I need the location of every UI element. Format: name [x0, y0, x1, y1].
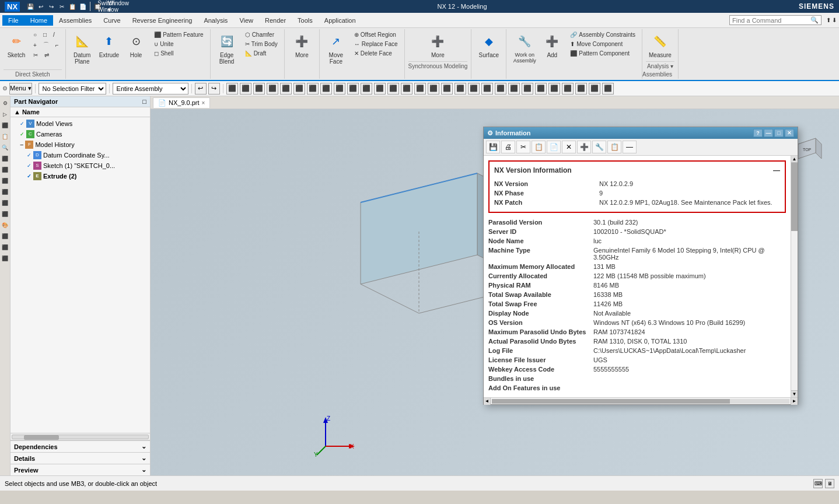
tb-btn1[interactable]: ⬛: [226, 83, 238, 94]
tree-item-cameras[interactable]: ✓ C Cameras: [11, 129, 150, 139]
pn-scrollbar-h[interactable]: [11, 433, 150, 440]
delete-face-button[interactable]: ✕ Delete Face: [351, 49, 401, 58]
info-print-btn[interactable]: 🖨: [501, 141, 515, 153]
cut-btn[interactable]: ✂: [57, 2, 67, 11]
info-add-btn[interactable]: ➕: [577, 141, 591, 153]
tb-btn6[interactable]: ⬛: [293, 83, 305, 94]
tb-btn17[interactable]: ⬛: [441, 83, 453, 94]
tb-btn13[interactable]: ⬛: [387, 83, 399, 94]
measure-button[interactable]: 📏 Measure: [646, 30, 674, 60]
info-minimize-btn[interactable]: —: [764, 129, 773, 137]
settings-icon[interactable]: ⚙: [2, 85, 8, 92]
more-feature-button[interactable]: ➕ More: [289, 30, 314, 60]
tb-btn5[interactable]: ⬛: [280, 83, 292, 94]
sidebar-icon-14[interactable]: ⬛: [1, 243, 10, 252]
trim-body-button[interactable]: ✂ Trim Body: [242, 40, 281, 48]
pattern-component-button[interactable]: ⬛ Pattern Component: [567, 49, 638, 58]
vscroll-down-btn[interactable]: ▼: [791, 390, 798, 397]
shell-button[interactable]: ◻ Shell: [151, 49, 206, 58]
tb-btn14[interactable]: ⬛: [401, 83, 412, 94]
extrude-button[interactable]: ⬆ Extrude: [96, 30, 122, 69]
info-version-collapse-btn[interactable]: —: [773, 166, 780, 174]
menu-item-tools[interactable]: Tools: [292, 15, 319, 26]
arc-btn[interactable]: ⌒: [40, 40, 52, 50]
menu-item-curve[interactable]: Curve: [97, 15, 126, 26]
find-command-input[interactable]: [732, 17, 808, 24]
dependencies-section[interactable]: Dependencies ⌄: [11, 440, 150, 452]
draft-button[interactable]: 📐 Draft: [242, 49, 281, 58]
preview-section[interactable]: Preview ⌄: [11, 464, 150, 475]
tb-btn2[interactable]: ⬛: [240, 83, 251, 94]
rect-btn[interactable]: □: [40, 30, 50, 39]
info-list-btn[interactable]: 📋: [607, 141, 621, 153]
menu-item-analysis[interactable]: Analysis: [198, 15, 233, 26]
datum-plane-button[interactable]: 📐 DatumPlane: [69, 30, 95, 69]
assembly-constraints-button[interactable]: 🔗 Assembly Constraints: [567, 30, 638, 39]
tb-btn21[interactable]: ⬛: [495, 83, 506, 94]
hscroll-right-btn[interactable]: ►: [791, 398, 798, 405]
tb-btn29[interactable]: ⬛: [602, 83, 614, 94]
tb-btn18[interactable]: ⬛: [455, 83, 466, 94]
status-icon-2[interactable]: 🖥: [825, 479, 834, 488]
tb-btn9[interactable]: ⬛: [334, 83, 345, 94]
tb-btn15[interactable]: ⬛: [414, 83, 426, 94]
tb-undo-btn[interactable]: ↩: [195, 83, 207, 94]
sidebar-icon-15[interactable]: ⬛: [1, 254, 10, 263]
menu-btn[interactable]: Menu ▾: [9, 83, 32, 94]
tree-item-datum[interactable]: ✓ D Datum Coordinate Sy...: [11, 150, 150, 160]
edge-blend-button[interactable]: 🔄 EdgeBlend: [214, 30, 240, 66]
menu-item-reverse-engineering[interactable]: Reverse Engineering: [127, 15, 198, 26]
tb-btn23[interactable]: ⬛: [522, 83, 533, 94]
sidebar-icon-3[interactable]: ⬛: [1, 121, 10, 130]
tree-item-extrude[interactable]: ✓ E Extrude (2): [11, 171, 150, 181]
menu-item-assemblies[interactable]: Assemblies: [53, 15, 97, 26]
info-copy-btn[interactable]: 📋: [532, 141, 546, 153]
sidebar-icon-10[interactable]: ⬛: [1, 198, 10, 208]
redo-btn[interactable]: ↪: [47, 2, 56, 11]
unite-button[interactable]: ∪ Unite: [151, 40, 206, 48]
scope-select[interactable]: Entire Assembly: [113, 83, 188, 94]
info-cut-btn[interactable]: ✂: [516, 141, 530, 153]
menu-item-render[interactable]: Render: [259, 15, 292, 26]
sidebar-icon-11[interactable]: ⬛: [1, 209, 10, 219]
tb-btn10[interactable]: ⬛: [347, 83, 359, 94]
work-on-assembly-button[interactable]: 🔧 Work on Assembly: [510, 30, 539, 65]
sidebar-icon-12[interactable]: 🎨: [1, 220, 10, 230]
tb-redo-btn[interactable]: ↪: [208, 83, 220, 94]
mirror-btn[interactable]: ⇌: [41, 51, 52, 60]
menu-item-view[interactable]: View: [233, 15, 259, 26]
tb-btn20[interactable]: ⬛: [481, 83, 493, 94]
move-face-button[interactable]: ↗ MoveFace: [323, 30, 349, 66]
move-component-button[interactable]: ⬆ Move Component: [567, 40, 638, 48]
menu-item-application[interactable]: Application: [319, 15, 362, 26]
hole-button[interactable]: ⊙ Hole: [123, 30, 149, 69]
save-btn[interactable]: 💾: [26, 2, 35, 11]
tree-item-model-views[interactable]: ✓ V Model Views: [11, 118, 150, 129]
viewport-tab-nx9[interactable]: 📄 NX_9.0.prt ×: [153, 97, 210, 108]
line-btn[interactable]: /: [50, 30, 58, 39]
replace-face-button[interactable]: ↔ Replace Face: [351, 40, 401, 48]
info-help-btn[interactable]: ?: [753, 129, 763, 137]
tb-btn12[interactable]: ⬛: [374, 83, 386, 94]
chamfer-button[interactable]: ⬡ Chamfer: [242, 30, 281, 39]
offset-region-button[interactable]: ⊕ Offset Region: [351, 30, 401, 39]
tb-btn19[interactable]: ⬛: [468, 83, 480, 94]
tb-btn27[interactable]: ⬛: [575, 83, 587, 94]
tree-item-model-history[interactable]: − F Model History: [11, 139, 150, 150]
info-maximize-btn[interactable]: □: [774, 129, 784, 137]
point-btn[interactable]: +: [30, 40, 40, 50]
part-navigator-col-header[interactable]: ▲ Name: [11, 107, 150, 117]
surface-button[interactable]: ◆ Surface: [476, 30, 502, 60]
tb-btn7[interactable]: ⬛: [307, 83, 319, 94]
pattern-feature-button[interactable]: ⬛ Pattern Feature: [151, 30, 206, 39]
expand-btn[interactable]: ⬆: [826, 17, 831, 23]
tb-btn3[interactable]: ⬛: [253, 83, 265, 94]
fillet-btn[interactable]: ⌐: [53, 40, 62, 50]
tab-close-btn[interactable]: ×: [202, 100, 205, 106]
tb-btn11[interactable]: ⬛: [361, 83, 372, 94]
tb-btn26[interactable]: ⬛: [562, 83, 574, 94]
menu-item-file[interactable]: File: [2, 15, 25, 26]
vscroll-up-btn[interactable]: ▲: [791, 156, 798, 163]
info-vscrollbar[interactable]: ▲ ▼: [791, 156, 798, 397]
sketch-button[interactable]: ✏ Sketch: [4, 30, 29, 60]
